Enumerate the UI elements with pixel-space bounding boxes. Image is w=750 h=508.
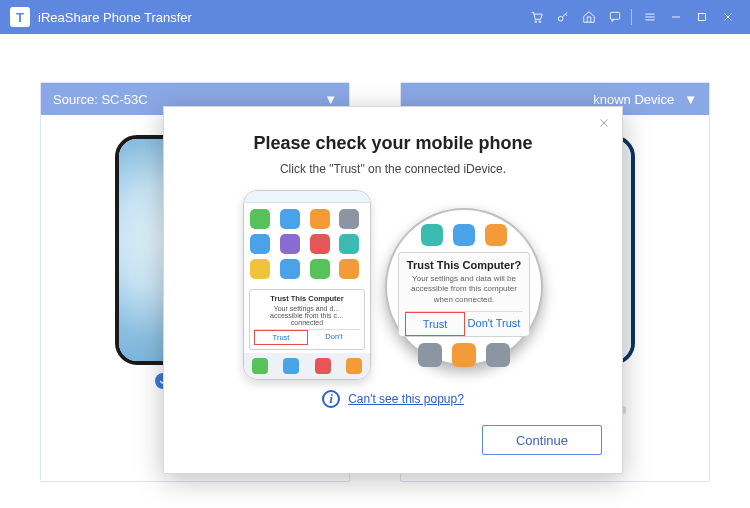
titlebar: T iReaShare Phone Transfer [0, 0, 750, 34]
workspace: Source: SC-53C ▼ Connected known Device … [0, 34, 750, 508]
cart-icon[interactable] [525, 5, 549, 29]
mini-dont: Don't [308, 330, 360, 345]
svg-point-1 [539, 21, 541, 23]
svg-rect-3 [610, 12, 619, 19]
zoom-alert: Trust This Computer? Your settings and d… [398, 252, 530, 337]
zoom-alert-body: Your settings and data will be accessibl… [405, 274, 523, 305]
svg-rect-4 [699, 14, 706, 21]
modal-title: Please check your mobile phone [164, 133, 622, 154]
minimize-icon[interactable] [664, 5, 688, 29]
close-icon[interactable] [716, 5, 740, 29]
modal-close-button[interactable] [594, 113, 614, 133]
chevron-down-icon: ▼ [324, 92, 337, 107]
trust-modal: Please check your mobile phone Click the… [163, 106, 623, 474]
trust-illustration: Trust This Computer Your settings and d…… [243, 190, 543, 380]
app-title: iReaShare Phone Transfer [38, 10, 192, 25]
home-icon[interactable] [577, 5, 601, 29]
mini-alert-body: Your settings and d…accessible from this… [254, 305, 360, 326]
svg-point-2 [558, 16, 563, 21]
maximize-icon[interactable] [690, 5, 714, 29]
feedback-icon[interactable] [603, 5, 627, 29]
zoom-alert-title: Trust This Computer? [405, 259, 523, 271]
zoom-trust-button: Trust [405, 312, 465, 336]
zoom-dont-trust-button: Don't Trust [465, 312, 523, 336]
destination-label: known Device [593, 92, 674, 107]
zoom-circle: Trust This Computer? Your settings and d… [385, 208, 543, 366]
source-label: Source: SC-53C [53, 92, 148, 107]
titlebar-separator [631, 9, 632, 25]
mini-phone-mock: Trust This Computer Your settings and d…… [243, 190, 371, 380]
menu-icon[interactable] [638, 5, 662, 29]
help-row: i Can't see this popup? [164, 390, 622, 408]
help-link[interactable]: Can't see this popup? [348, 392, 464, 406]
svg-point-0 [535, 21, 537, 23]
continue-button[interactable]: Continue [482, 425, 602, 455]
info-icon: i [322, 390, 340, 408]
key-icon[interactable] [551, 5, 575, 29]
mini-alert-title: Trust This Computer [254, 294, 360, 303]
app-logo: T [10, 7, 30, 27]
modal-subtitle: Click the "Trust" on the connected iDevi… [164, 162, 622, 176]
mini-trust: Trust [254, 330, 308, 345]
chevron-down-icon: ▼ [684, 92, 697, 107]
mini-alert: Trust This Computer Your settings and d…… [249, 289, 365, 350]
